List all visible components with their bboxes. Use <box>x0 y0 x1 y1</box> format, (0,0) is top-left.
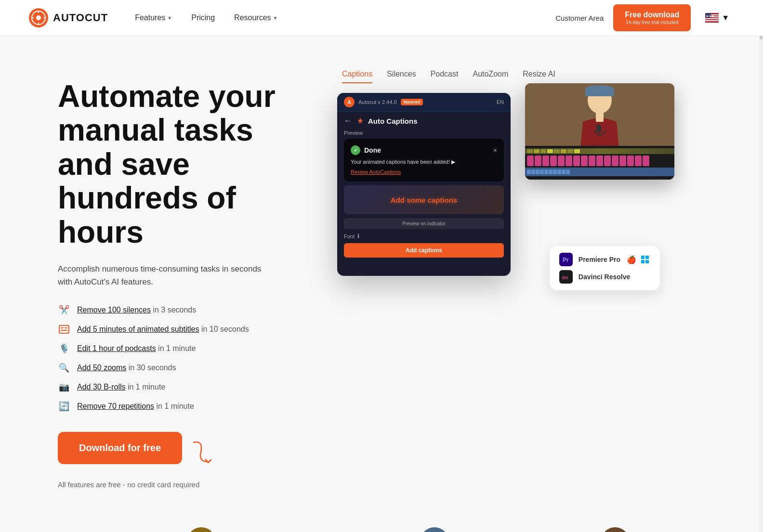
nav-resources[interactable]: Resources ▼ <box>226 10 285 26</box>
brand-name: AUTOCUT <box>53 12 108 24</box>
font-info-icon: ℹ <box>357 233 359 239</box>
app-font-label: Font <box>344 234 355 239</box>
app-section-title: Auto Captions <box>356 117 418 125</box>
svg-rect-10 <box>705 18 719 19</box>
scrollbar[interactable] <box>759 0 763 532</box>
davinci-resolve-item: DV Davinci Resolve <box>559 270 650 284</box>
svg-rect-26 <box>641 256 645 259</box>
svg-rect-11 <box>705 20 719 21</box>
app-version: Autocut v 2.44.0 <box>358 99 397 105</box>
person-silhouette <box>525 83 674 148</box>
software-badge: Pr Premiere Pro 🍎 <box>550 246 660 290</box>
scissors-icon: ✂️ <box>58 304 70 316</box>
demo-tabs: Captions Silences Podcast AutoZoom Resiz… <box>337 70 560 83</box>
captions-icon <box>58 323 70 336</box>
hero-right: Captions Silences Podcast AutoZoom Resiz… <box>337 65 724 276</box>
tab-silences[interactable]: Silences <box>387 70 416 83</box>
timeline-blue-track <box>525 168 674 176</box>
zoom-icon: 🔍 <box>58 362 70 374</box>
done-close-button[interactable]: × <box>493 146 497 154</box>
premiere-pro-item: Pr Premiere Pro 🍎 <box>559 253 650 266</box>
feature-link-captions[interactable]: Add 5 minutes of animated subtitles <box>77 325 199 333</box>
app-back-row: ← Auto Captions <box>337 112 511 130</box>
done-message: Your animated captions have been added! … <box>351 159 497 165</box>
app-done-modal: ✓ Done × Your animated captions have bee… <box>344 139 504 182</box>
feature-item-zooms: 🔍 Add 50 zooms in 30 seconds <box>58 362 308 374</box>
svg-rect-14 <box>59 325 69 333</box>
testimonial-1: "AutoCut's automated caption generation … <box>133 527 269 532</box>
testimonial-3 <box>601 527 630 532</box>
feature-item-repetitions: 🔄 Remove 70 repetitions in 1 minute <box>58 400 308 413</box>
download-section: Download for free <box>58 432 218 472</box>
features-dropdown-icon: ▼ <box>167 15 172 21</box>
app-preview-label: Preview <box>337 130 511 139</box>
logo[interactable]: AUTOCUT <box>29 8 108 27</box>
video-preview: rewards it very well <box>525 83 674 180</box>
logo-icon <box>29 8 48 27</box>
svg-point-2 <box>36 15 41 20</box>
tl-bar <box>527 149 533 153</box>
hero-left: Automate your manual tasks and save hund… <box>58 65 308 489</box>
app-lang: EN <box>497 99 504 105</box>
tab-autozoom[interactable]: AutoZoom <box>473 70 508 83</box>
davinci-label: Davinci Resolve <box>579 273 630 281</box>
resources-dropdown-icon: ▼ <box>273 15 278 21</box>
repeat-icon: 🔄 <box>58 400 70 413</box>
testimonial-avatar-3 <box>601 527 630 532</box>
nav-right: Customer Area Free download 14-day free … <box>555 4 734 31</box>
svg-text:DV: DV <box>562 275 568 280</box>
feature-item-brolls: 📷 Add 30 B-rolls in 1 minute <box>58 381 308 393</box>
customer-area-link[interactable]: Customer Area <box>555 14 604 22</box>
tab-captions[interactable]: Captions <box>342 70 372 83</box>
svg-text:Pr: Pr <box>563 257 569 263</box>
app-add-captions-button[interactable]: Add captions <box>344 243 504 258</box>
svg-rect-27 <box>645 256 649 259</box>
preview-caption: Add some captions <box>391 196 457 204</box>
timeline-pink-track <box>525 156 674 166</box>
free-download-button[interactable]: Free download 14-day free trial included <box>613 4 691 31</box>
tab-podcast[interactable]: Podcast <box>431 70 459 83</box>
done-check-icon: ✓ <box>351 145 360 155</box>
timeline-green-track <box>525 148 674 154</box>
feature-link-silences[interactable]: Remove 100 silences <box>77 306 151 314</box>
app-preview-indicator: Preview on indicator <box>344 218 504 229</box>
free-note: All features are free - no credit card r… <box>58 480 308 489</box>
svg-rect-24 <box>596 124 601 133</box>
svg-text:★★★: ★★★ <box>706 14 714 18</box>
windows-icon <box>640 254 650 265</box>
camera-icon: 📷 <box>58 381 70 393</box>
app-screenshot: A Autocut v 2.44.0 Mastred EN ← Auto Cap… <box>337 93 511 276</box>
nav-pricing[interactable]: Pricing <box>184 10 223 26</box>
feature-list: ✂️ Remove 100 silences in 3 seconds <box>58 304 308 413</box>
feature-link-brolls[interactable]: Add 30 B-rolls <box>77 383 126 391</box>
hero-subtitle: Accomplish numerous time-consuming tasks… <box>58 262 265 288</box>
svg-point-35 <box>601 527 630 532</box>
testimonial-avatar-1 <box>187 527 216 532</box>
testimonials-section: "AutoCut's automated caption generation … <box>0 508 763 532</box>
demo-container: A Autocut v 2.44.0 Mastred EN ← Auto Cap… <box>337 93 636 276</box>
language-selector[interactable]: ★★★ ▼ <box>700 10 734 26</box>
feature-link-repetitions[interactable]: Remove 70 repetitions <box>77 402 154 410</box>
svg-rect-15 <box>61 327 64 328</box>
app-logo-small: A <box>344 97 355 107</box>
review-autocaptions-link[interactable]: Review AutoCaptions <box>351 169 497 175</box>
feature-item-podcasts: 🎙️ Edit 1 hour of podcasts in 1 minute <box>58 342 308 355</box>
app-back-button[interactable]: ← <box>344 117 352 125</box>
lang-code: ▼ <box>722 13 729 22</box>
svg-point-33 <box>420 527 449 532</box>
nav-links: Features ▼ Pricing Resources ▼ <box>127 10 555 26</box>
svg-rect-28 <box>641 260 645 263</box>
svg-point-31 <box>187 527 216 532</box>
download-for-free-button[interactable]: Download for free <box>58 432 182 464</box>
feature-link-zooms[interactable]: Add 50 zooms <box>77 363 126 372</box>
apple-icon: 🍎 <box>626 254 637 265</box>
nav-features[interactable]: Features ▼ <box>127 10 180 26</box>
arrow-decoration <box>189 438 218 467</box>
app-badge: Mastred <box>401 99 423 105</box>
app-header-left: A Autocut v 2.44.0 Mastred <box>344 97 423 107</box>
svg-rect-23 <box>596 112 604 122</box>
feature-link-podcasts[interactable]: Edit 1 hour of podcasts <box>77 344 156 352</box>
tab-resize-ai[interactable]: Resize AI <box>523 70 555 83</box>
done-header: ✓ Done × <box>351 145 497 155</box>
premiere-icon: Pr <box>559 253 573 266</box>
